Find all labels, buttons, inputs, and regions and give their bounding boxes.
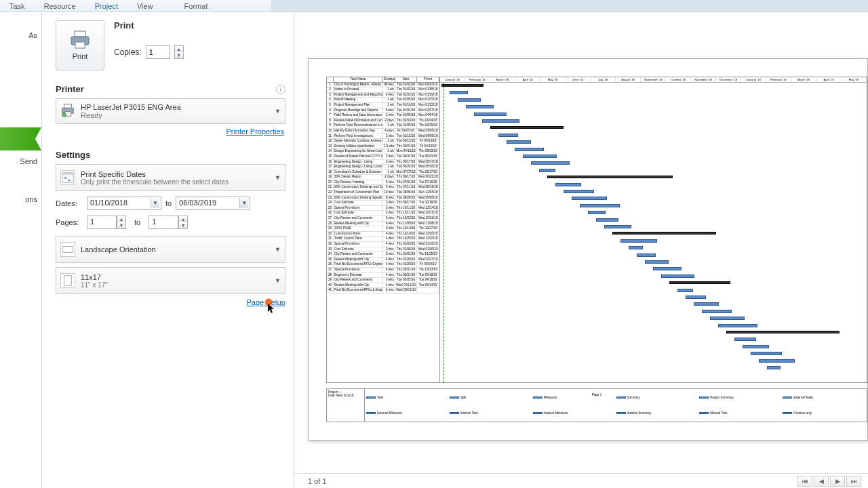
table-row: 24Cost Estimate3 wksThu 09/17/18Tue 10/1… (327, 201, 439, 206)
printer-properties-link[interactable]: Printer Properties (226, 127, 284, 136)
printer-status: Ready (81, 111, 181, 119)
chevron-down-icon: ▼ (151, 199, 159, 208)
table-row: 15Review of Master Planned CCTV Video2 w… (327, 155, 439, 160)
chevron-down-icon: ▼ (239, 199, 248, 208)
legend-item: External Milestone (366, 406, 449, 421)
table-row: 18Consultant's Schedule & Estimate1 wkMo… (327, 170, 439, 176)
calendar-range-icon (60, 170, 75, 185)
tab-task[interactable]: Task (0, 1, 35, 12)
paper-name: 11x17 (81, 273, 108, 281)
print-title: Print (114, 20, 184, 30)
svg-rect-11 (68, 180, 71, 182)
date-to-combo[interactable]: 06/03/2019▼ (176, 197, 250, 210)
table-row: 32Special Provisions4 wksThu 01/03/19Wed… (327, 242, 439, 247)
table-row: 5Project Management Plan1 wkTue 01/16/18… (327, 103, 439, 108)
table-row: 16Engineering Design - Lining3 wksThu 05… (327, 160, 439, 165)
scope-title: Print Specific Dates (81, 170, 229, 178)
pages-to-spinner[interactable]: ▲▼ (178, 216, 188, 229)
backstage-item-options[interactable]: ons (0, 191, 41, 207)
backstage-item[interactable] (0, 73, 41, 122)
table-row: 34City Review and Comments3 wksThu 01/01… (327, 252, 439, 258)
preview-page: Task NameDurationStartFinish1City of Hun… (308, 58, 868, 441)
legend-item: Duration-only (783, 406, 865, 421)
table-row: 30Construction Plans4 wksThu 12/14/18Wed… (327, 232, 439, 237)
nav-prev-button[interactable]: ◀ (814, 476, 829, 487)
table-row: 25Special Provisions2 wksThu 10/11/18Wed… (327, 206, 439, 211)
tab-project[interactable]: Project (85, 1, 127, 12)
printer-dropdown[interactable]: HP LaserJet P3015 ENG Area Ready ▼ (56, 98, 285, 124)
copies-spinner[interactable]: ▲▼ (174, 45, 184, 59)
pages-to-input[interactable]: 1 (149, 216, 178, 229)
backstage-item[interactable] (0, 12, 41, 27)
table-row: 41Final Bid Documents/RFCs & Engineer Es… (327, 288, 439, 293)
date-from-combo[interactable]: 01/10/2018▼ (87, 197, 161, 210)
table-row: 12Sewer Manhole Condition Assessment Sur… (327, 139, 439, 144)
table-row: 3Project Management and Reporting4 wksTu… (327, 93, 439, 98)
pages-from-input[interactable]: 1 (87, 216, 117, 229)
nav-last-button[interactable]: ⏭ (846, 476, 861, 487)
preview-footer: 1 of 1 ⏮ ◀ ▶ ⏭ (294, 473, 868, 488)
legend-item: Inactive Milestone (533, 406, 616, 421)
today-line (443, 83, 444, 382)
table-row: 33Cost Estimate2 wksThu 01/05/18Wed 01/3… (327, 247, 439, 253)
copies-input[interactable] (146, 45, 170, 59)
table-row: 1930% Design Report2 daysThu 06/17/18Wed… (327, 175, 439, 180)
backstage-item[interactable] (0, 43, 41, 58)
to-label: to (134, 218, 140, 226)
chevron-down-icon: ▼ (275, 277, 281, 284)
backstage-item[interactable] (0, 58, 41, 73)
svg-point-3 (85, 39, 87, 41)
table-row: 9Perform Field Reconnaissance to verify … (327, 123, 439, 129)
nav-first-button[interactable]: ⏮ (797, 476, 812, 487)
table-row: 26Cost Estimate2 wksThu 10/11/18Wed 10/1… (327, 211, 439, 216)
printer-icon (60, 103, 75, 119)
scope-description: Only print the timescale between the sel… (81, 178, 229, 186)
tab-format[interactable]: Format (175, 1, 218, 12)
print-button-label: Print (73, 52, 88, 60)
table-row: 20City Review / meeting3 wksThu 07/01/18… (327, 180, 439, 186)
backstage-item[interactable] (0, 165, 41, 191)
backstage-item-print-active[interactable] (0, 127, 41, 150)
dates-label: Dates: (56, 199, 83, 207)
copies-label: Copies: (114, 47, 142, 57)
table-row: 39City Review and Comments3 wksTue 03/05… (327, 278, 439, 283)
print-button[interactable]: Print (56, 20, 104, 70)
table-row: 29100% PS&E6 wksThu 12/13/18Thu 12/27/18 (327, 226, 439, 232)
task-table: Task NameDurationStartFinish1City of Hun… (326, 77, 440, 383)
table-row: 40Review Meeting with City4 wksWed 04/11… (327, 283, 439, 289)
page-icon (60, 273, 75, 288)
legend-item: Inactive Task (450, 406, 532, 421)
landscape-icon (60, 242, 75, 257)
backstage-item-saveas[interactable]: As (0, 27, 41, 43)
tab-resource[interactable]: Resource (35, 1, 85, 12)
table-row: 13Existing Utilities Identification1.5 w… (327, 144, 439, 150)
pages-from-spinner[interactable]: ▲▼ (117, 216, 126, 229)
svg-rect-9 (62, 173, 73, 176)
orientation-dropdown[interactable]: Landscape Orientation ▼ (56, 236, 285, 263)
cursor-icon (268, 304, 276, 314)
svg-rect-13 (64, 276, 72, 286)
table-row: 10Identify Data Information Gap4 daysFri… (327, 129, 439, 134)
table-row: 36Final Bid Documents/RFCs Engineers Est… (327, 262, 439, 268)
printer-section-title: Printer (56, 84, 84, 94)
printer-icon (69, 30, 91, 49)
info-icon[interactable]: i (276, 85, 285, 94)
preview-page-number: Page 1 (326, 393, 867, 396)
chevron-down-icon: ▼ (275, 246, 281, 253)
paper-size-dropdown[interactable]: 11x17 11" x 17" ▼ (56, 267, 285, 294)
page-setup-link[interactable]: Page Setup (56, 298, 285, 306)
table-row: 2Notice to Proceed1 wkTue 01/02/18Mon 01… (327, 87, 439, 93)
to-label: to (165, 199, 172, 207)
print-scope-dropdown[interactable]: Print Specific Dates Only print the time… (56, 164, 285, 191)
table-row: 27City Review and Comments3 wksThu 10/22… (327, 216, 439, 222)
chevron-down-icon: ▼ (275, 174, 281, 181)
tab-view[interactable]: View (127, 1, 163, 12)
printer-name: HP LaserJet P3015 ENG Area (81, 103, 181, 111)
table-row: 6Progress Meetings and Reports8 wksTue 0… (327, 108, 439, 114)
table-row: 4Kickoff Meeting1 wkTue 01/09/18Mon 01/1… (327, 98, 439, 103)
table-row: 8Review Detail Information and Compile B… (327, 119, 439, 124)
backstage-item-send[interactable]: Send (0, 150, 41, 165)
print-panel: Print Print Copies: ▲▼ Printer i HP Lase… (42, 12, 294, 488)
nav-next-button[interactable]: ▶ (830, 476, 845, 487)
orientation-label: Landscape Orientation (81, 245, 156, 253)
